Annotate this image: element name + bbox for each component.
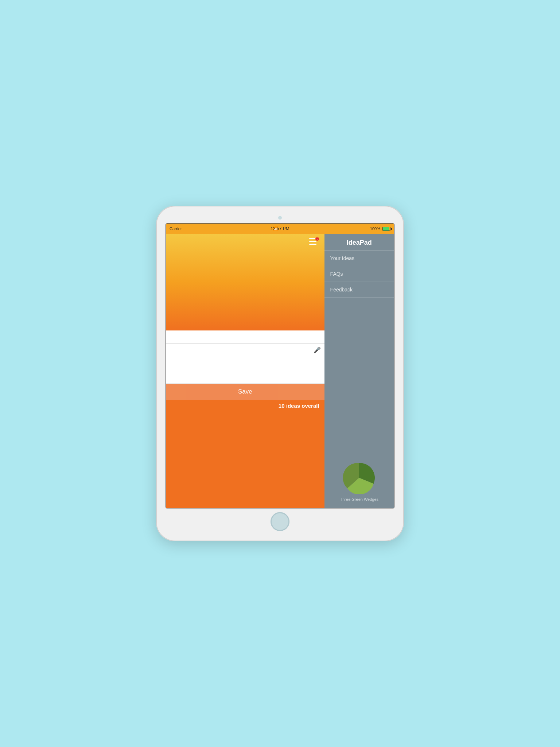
front-camera-dot	[278, 216, 282, 220]
body-input-area[interactable]: 🎤	[166, 344, 324, 384]
screen-body: ! 🎤 Save 10 ideas overall	[166, 234, 394, 508]
carrier-label: Carrier	[170, 227, 182, 231]
menu-button[interactable]: !	[309, 237, 319, 247]
svg-rect-2	[309, 244, 316, 245]
svg-rect-0	[309, 238, 316, 239]
ipad-device: Carrier 📶 12:57 PM 100%	[156, 206, 404, 541]
status-bar: Carrier 📶 12:57 PM 100%	[166, 224, 394, 234]
right-panel-bottom: Three Green Wedges	[324, 298, 394, 508]
right-panel: IdeaPad Your Ideas FAQs Feedback	[324, 234, 394, 508]
right-panel-header: IdeaPad	[324, 234, 394, 251]
status-bar-right: 100%	[370, 227, 390, 231]
app-title: IdeaPad	[329, 239, 390, 247]
title-input[interactable]	[166, 330, 324, 343]
battery-fill	[383, 227, 389, 231]
gradient-hero: !	[166, 234, 324, 330]
nav-item-your-ideas[interactable]: Your Ideas	[324, 251, 394, 266]
ideas-count-text: 10 ideas overall	[279, 403, 319, 409]
svg-rect-1	[309, 241, 316, 242]
pie-chart	[343, 461, 376, 494]
time-label: 12:57 PM	[271, 226, 289, 231]
ideas-count-bar: 10 ideas overall	[166, 400, 324, 412]
pie-chart-label: Three Green Wedges	[340, 497, 379, 502]
title-input-area[interactable]	[166, 330, 324, 344]
nav-label-your-ideas: Your Ideas	[330, 255, 354, 261]
nav-item-faqs[interactable]: FAQs	[324, 266, 394, 282]
menu-icon: !	[309, 237, 319, 245]
orange-bottom-fill	[166, 412, 324, 508]
ipad-screen: Carrier 📶 12:57 PM 100%	[166, 223, 394, 508]
battery-pct-label: 100%	[370, 227, 380, 231]
svg-text:!: !	[317, 239, 318, 241]
microphone-icon[interactable]: 🎤	[314, 347, 321, 353]
nav-label-faqs: FAQs	[330, 271, 343, 277]
nav-label-feedback: Feedback	[330, 287, 353, 293]
body-textarea[interactable]	[166, 344, 324, 383]
left-panel: ! 🎤 Save 10 ideas overall	[166, 234, 324, 508]
home-button[interactable]	[271, 512, 289, 531]
save-button[interactable]: Save	[166, 384, 324, 400]
nav-item-feedback[interactable]: Feedback	[324, 282, 394, 298]
battery-icon	[382, 227, 390, 231]
